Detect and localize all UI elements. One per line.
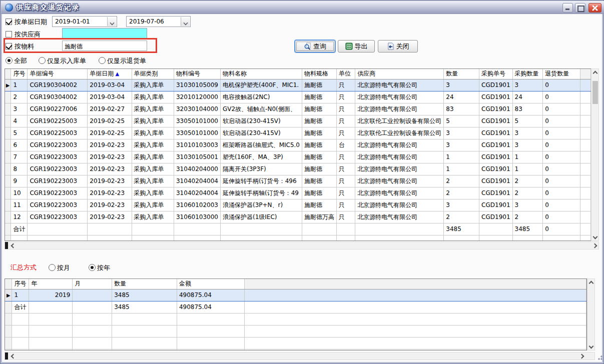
- table-row[interactable]: 2CGR1903040022019-03-04采购入库单32010120000电…: [5, 91, 591, 103]
- total-row[interactable]: 合计348534850: [5, 223, 591, 235]
- total-row[interactable]: 合计3485490875.04: [5, 301, 586, 313]
- scroll-left-icon[interactable]: [9, 352, 17, 360]
- records-grid[interactable]: 序号单据编号单据日期 ▲单据类别物料编号物料名称物料规格单位供应商数量采购单号采…: [5, 68, 591, 241]
- cell: 83: [512, 103, 543, 115]
- scroll-left-icon[interactable]: [9, 242, 17, 249]
- records-grid-vertical-scrollbar[interactable]: [591, 68, 599, 241]
- maximize-button[interactable]: [575, 3, 585, 12]
- column-header[interactable]: 物料规格: [302, 69, 337, 79]
- table-row[interactable]: 7CGR1902230032019-02-23采购入库单31030105001塑…: [5, 151, 591, 163]
- empty-row[interactable]: [5, 349, 586, 350]
- column-header[interactable]: 序号: [11, 69, 28, 79]
- summary-grid[interactable]: 序号年月数量金额▶120193485490875.04合计3485490875.…: [5, 278, 587, 350]
- radio-all-label: 全部: [14, 56, 27, 66]
- date-to-combobox[interactable]: 2019-07-06: [126, 16, 191, 27]
- column-header[interactable]: 退货数量: [543, 69, 580, 79]
- close-button[interactable]: [588, 3, 601, 12]
- filler-cell: [580, 103, 590, 115]
- filler-cell: [244, 289, 586, 301]
- scrollbar-thumb[interactable]: [5, 352, 8, 360]
- cell: [174, 235, 220, 241]
- row-indicator: [5, 337, 12, 349]
- column-header[interactable]: 数量: [444, 69, 479, 79]
- table-row[interactable]: 6CGR1902230032019-02-23采购入库单31010103003框…: [5, 139, 591, 151]
- radio-inbound-only[interactable]: [39, 57, 46, 64]
- column-header[interactable]: 单据日期 ▲: [88, 69, 132, 79]
- scroll-right-icon[interactable]: [577, 352, 585, 360]
- chevron-down-icon[interactable]: [107, 17, 116, 26]
- cell: 只: [337, 211, 355, 223]
- table-row[interactable]: 3CGR1902270062019-02-27采购入库单32030104000G…: [5, 103, 591, 115]
- column-header[interactable]: 序号: [12, 279, 29, 289]
- scrollbar-thumb[interactable]: [592, 81, 598, 104]
- by-date-checkbox[interactable]: [6, 18, 12, 25]
- by-material-checkbox[interactable]: [6, 43, 12, 50]
- summary-grid-vertical-scrollbar[interactable]: [587, 278, 595, 350]
- cell: 0: [543, 199, 580, 211]
- cell: CGD1901: [479, 103, 512, 115]
- chevron-down-icon[interactable]: [181, 17, 190, 26]
- table-row[interactable]: 8CGR1902230032019-02-23采购入库单31040204000隔…: [5, 163, 591, 175]
- query-button[interactable]: 查询: [295, 40, 335, 52]
- radio-all[interactable]: [6, 57, 13, 64]
- scroll-down-icon[interactable]: [591, 232, 598, 240]
- minimize-button[interactable]: [562, 3, 573, 12]
- cell: 3485: [444, 223, 479, 235]
- records-grid-horizontal-scrollbar[interactable]: [5, 242, 599, 250]
- query-button-label: 查询: [313, 42, 326, 51]
- resize-grip[interactable]: [597, 354, 603, 360]
- table-row[interactable]: 12CGR1902230032019-02-23采购入库单31060103000…: [5, 211, 591, 223]
- column-header[interactable]: 采购数量: [512, 69, 543, 79]
- cell: [177, 349, 244, 350]
- door-close-icon: [387, 42, 394, 50]
- empty-row[interactable]: [5, 337, 586, 349]
- cell: 只: [337, 151, 355, 163]
- scroll-down-icon[interactable]: [587, 342, 594, 350]
- cell: [302, 235, 337, 241]
- supplier-input[interactable]: [62, 28, 147, 38]
- export-button[interactable]: 导出: [338, 40, 375, 52]
- cell: CGD1901: [479, 139, 512, 151]
- table-row[interactable]: ▶120193485490875.04: [5, 289, 586, 301]
- column-header[interactable]: 单位: [337, 69, 355, 79]
- date-from-combobox[interactable]: 2019-01-01: [52, 16, 117, 27]
- cell: 5: [444, 115, 479, 127]
- radio-by-month[interactable]: [49, 264, 56, 271]
- scrollbar-thumb[interactable]: [5, 242, 8, 249]
- cell: 北京源特电气有限公司: [355, 199, 444, 211]
- column-header[interactable]: 物料名称: [220, 69, 302, 79]
- material-input[interactable]: 施耐德: [62, 40, 147, 51]
- column-header[interactable]: 供应商: [355, 69, 444, 79]
- radio-returns-only[interactable]: [99, 57, 106, 64]
- scroll-up-icon[interactable]: [591, 69, 598, 77]
- column-header[interactable]: 单据编号: [28, 69, 88, 79]
- table-row[interactable]: 11CGR1902230032019-02-23采购入库单31060102003…: [5, 199, 591, 211]
- cell: [11, 235, 28, 241]
- table-row[interactable]: 5CGR1902250032019-02-25采购入库单33050101000软…: [5, 127, 591, 139]
- column-header[interactable]: 单据类别: [132, 69, 174, 79]
- empty-row[interactable]: [5, 313, 586, 325]
- column-header[interactable]: 年: [29, 279, 73, 289]
- cell: 3: [444, 79, 479, 91]
- by-supplier-checkbox[interactable]: [6, 31, 12, 38]
- column-header[interactable]: 采购单号: [479, 69, 512, 79]
- empty-row[interactable]: [5, 235, 591, 241]
- empty-row[interactable]: [5, 325, 586, 337]
- column-header[interactable]: 金额: [177, 279, 244, 289]
- column-header[interactable]: 月: [73, 279, 112, 289]
- cell: CGD1901: [479, 151, 512, 163]
- table-row[interactable]: 10CGR1902230032019-02-23采购入库单31040204004…: [5, 187, 591, 199]
- summary-grid-horizontal-scrollbar[interactable]: [5, 352, 595, 360]
- table-row[interactable]: 9CGR1902230032019-02-23采购入库单31040204004延…: [5, 175, 591, 187]
- radio-by-year[interactable]: [89, 264, 96, 271]
- cell: 31030105001: [174, 151, 220, 163]
- scroll-right-icon[interactable]: [590, 242, 598, 249]
- table-row[interactable]: ▶1CGR1903040022019-03-04采购入库单31030105009…: [5, 79, 591, 91]
- close-window-button[interactable]: 关闭: [378, 40, 418, 52]
- scroll-up-icon[interactable]: [587, 279, 594, 287]
- close-window-button-label: 关闭: [396, 42, 409, 51]
- table-row[interactable]: 4CGR1902250032019-02-25采购入库单33050101000软…: [5, 115, 591, 127]
- column-header[interactable]: 数量: [112, 279, 177, 289]
- column-header[interactable]: 物料编号: [174, 69, 220, 79]
- title-bar[interactable]: 供应商交退货记录: [1, 1, 604, 14]
